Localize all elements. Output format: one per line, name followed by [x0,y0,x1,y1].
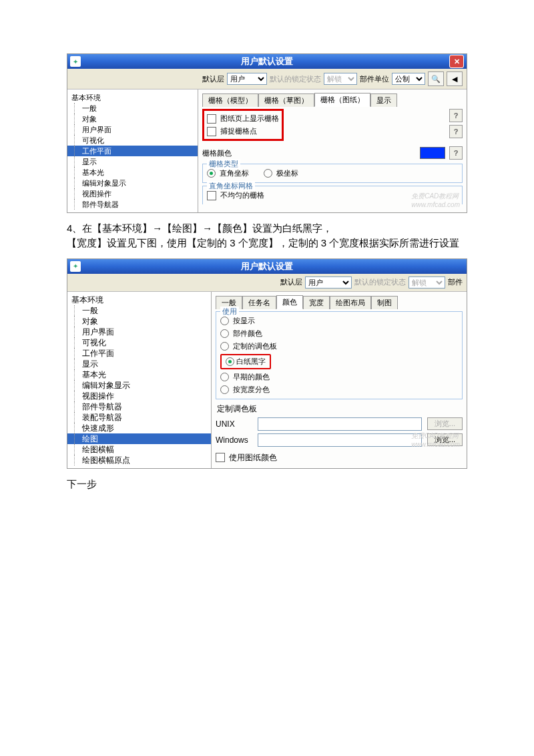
lock-state-label: 默认的锁定状态 [354,277,406,287]
unix-label: UNIX [216,419,252,429]
content-panel-1: 栅格（模型） 栅格（草图） 栅格（图纸） 显示 图纸页上显示栅格 捕捉栅格点 ?… [198,89,467,212]
radio-rectangular[interactable] [207,169,216,178]
palette-label: 定制调色板 [217,403,463,415]
tabs-1: 栅格（模型） 栅格（草图） 栅格（图纸） 显示 [202,92,463,106]
checkbox-label: 图纸页上显示栅格 [220,114,279,124]
tree-item[interactable]: 装配导航器 [67,412,211,423]
tree-item[interactable]: 一般 [67,305,211,316]
grid-color-label: 栅格颜色 [202,148,232,158]
tree-item[interactable]: 用户界面 [67,124,198,135]
titlebar-1: ✦ 用户默认设置 ✕ [67,54,467,69]
tree-1[interactable]: 基本环境 一般 对象 用户界面 可视化 工作平面 显示 基本光 编辑对象显示 视… [67,89,198,212]
content-panel-2: 一般 任务名 颜色 宽度 绘图布局 制图 使用 按显示 部件颜色 定制的调色板 … [212,292,467,468]
group-title: 栅格类型 [207,159,240,169]
highlight-box: 白纸黑字 [220,354,271,369]
tree-item[interactable]: 视图操作 [67,188,198,199]
dialog-user-defaults-2: ✦ 用户默认设置 默认层 用户 默认的锁定状态 解锁 部件 基本环境 一般 对象… [67,258,467,469]
radio-old-color[interactable] [220,373,229,381]
checkbox-show-grid[interactable] [207,114,216,124]
tree-item[interactable]: 工作平面 [67,348,211,359]
radio-by-width[interactable] [220,385,229,394]
tree-item[interactable]: 绘图横幅 [67,444,211,455]
tab-display[interactable]: 显示 [370,93,397,107]
tree-item[interactable]: 编辑对象显示 [67,178,198,188]
dialog-title: 用户默认设置 [241,260,293,272]
radio-polar[interactable] [264,169,272,178]
lock-state-select[interactable]: 解锁 [409,276,445,289]
radio-custom-palette[interactable] [220,342,229,351]
tree-item[interactable]: 绘图横幅原点 [67,455,211,465]
tree-item[interactable]: 部件导航器 [67,401,211,412]
help-icon[interactable]: ? [449,109,463,122]
color-swatch[interactable] [420,147,445,159]
tree-item[interactable]: 对象 [67,316,211,327]
browse-button[interactable]: 浏览... [427,417,463,430]
tab-grid-sketch[interactable]: 栅格（草图） [258,93,314,107]
tab-task[interactable]: 任务名 [242,296,276,309]
tree-item[interactable]: 快速成形 [67,423,211,433]
dialog-title: 用户默认设置 [241,55,293,67]
lock-state-select[interactable]: 解锁 [324,73,357,85]
tab-grid-model[interactable]: 栅格（模型） [202,93,258,107]
help-icon[interactable]: ? [449,125,463,138]
tree-item[interactable]: 部件导航器 [67,199,198,210]
default-layer-label: 默认层 [202,74,224,84]
tree-root[interactable]: 基本环境 [67,295,211,305]
tree-item[interactable]: 可视化 [67,337,211,348]
tree-item[interactable]: 一般 [67,103,198,114]
tree-item[interactable]: 编辑对象显示 [67,380,211,391]
tree-item-selected[interactable]: 工作平面 [67,146,198,156]
tree-item[interactable]: 视图操作 [67,391,211,401]
windows-field[interactable] [258,433,422,447]
tabs-2: 一般 任务名 颜色 宽度 绘图布局 制图 [216,295,463,309]
checkbox-snap-grid[interactable] [207,127,216,136]
group-title: 直角坐标网格 [207,181,255,191]
tree-item[interactable]: 显示 [67,156,198,167]
tree-item[interactable]: 显示 [67,359,211,369]
toolbar-1: 默认层 用户 默认的锁定状态 解锁 部件单位 公制 🔍 ◀ [67,69,467,89]
default-layer-select[interactable]: 用户 [305,276,352,289]
tab-grid-drawing[interactable]: 栅格（图纸） [314,93,370,107]
default-layer-label: 默认层 [280,277,302,287]
back-icon[interactable]: ◀ [447,71,463,86]
tree-item[interactable]: 可视化 [67,135,198,146]
tab-width[interactable]: 宽度 [303,296,330,309]
default-layer-select[interactable]: 用户 [227,73,267,85]
radio-by-display[interactable] [220,317,229,325]
checkbox-uneven-grid[interactable] [207,191,216,200]
tree-item[interactable]: 用户界面 [67,327,211,337]
tab-layout[interactable]: 绘图布局 [330,296,371,309]
toolbar-2: 默认层 用户 默认的锁定状态 解锁 部件 [67,274,467,292]
radio-white-black[interactable] [226,357,234,366]
part-unit-label: 部件单位 [360,74,389,84]
group-use: 使用 按显示 部件颜色 定制的调色板 白纸黑字 早期的颜色 按宽度分色 [216,311,463,399]
tree-root[interactable]: 基本环境 [67,92,198,103]
help-icon[interactable]: ? [449,146,463,160]
app-icon: ✦ [70,261,81,272]
part-unit-select[interactable]: 公制 [392,73,425,85]
checkbox-label: 捕捉栅格点 [220,126,257,136]
part-label: 部件 [448,277,463,287]
tree-item[interactable]: 对象 [67,114,198,124]
instruction-text: 4、在【基本环境】→【绘图】→【颜色】设置为白纸黑字， 【宽度】设置见下图，使用… [67,221,467,250]
tree-2[interactable]: 基本环境 一般 对象 用户界面 可视化 工作平面 显示 基本光 编辑对象显示 视… [67,292,212,468]
titlebar-2: ✦ 用户默认设置 [67,259,467,274]
group-grid-type: 栅格类型 直角坐标 极坐标 [202,164,463,183]
unix-field[interactable] [258,417,422,431]
close-icon[interactable]: ✕ [449,55,464,68]
radio-part-color[interactable] [220,329,229,338]
checkbox-use-paper-color[interactable] [216,453,225,462]
find-icon[interactable]: 🔍 [428,71,444,86]
tree-item[interactable]: 基本光 [67,167,198,178]
tab-color[interactable]: 颜色 [276,295,303,309]
browse-button[interactable]: 浏览... [427,433,463,446]
tree-item-selected[interactable]: 绘图 [67,433,211,444]
tab-drafting[interactable]: 制图 [371,296,398,309]
windows-label: Windows [216,435,252,445]
highlight-box: 图纸页上显示栅格 捕捉栅格点 [202,109,284,141]
next-step-text: 下一步 [67,477,467,492]
tree-item[interactable]: 基本光 [67,369,211,380]
group-title: 使用 [220,307,239,317]
group-rect-grid: 直角坐标网格 不均匀的栅格 [202,186,463,204]
app-icon: ✦ [70,56,81,67]
